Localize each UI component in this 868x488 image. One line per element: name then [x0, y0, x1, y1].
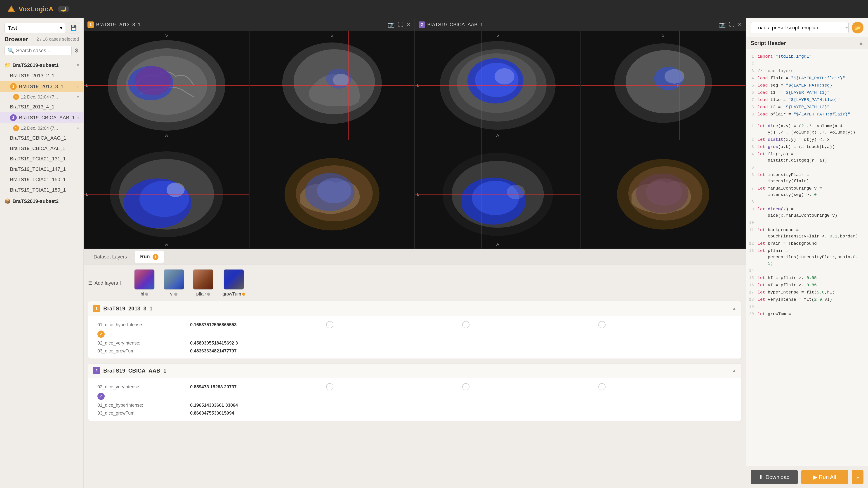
label-s: S: [165, 33, 168, 38]
line-content: let diceM(x) = dice(x,manualContouringGT…: [757, 206, 837, 219]
close-icon[interactable]: ✕: [738, 22, 742, 28]
test-dropdown[interactable]: Test ▾: [4, 23, 66, 33]
sidebar-item-cbica-aal-1[interactable]: BraTS19_CBICA_AAL_1: [0, 143, 84, 154]
code-line: 9 load pflair = "${LAYER_PATH:pflair}": [746, 111, 868, 118]
brain-view-2-axial2[interactable]: L A: [415, 140, 581, 249]
code-line: 9 let diceM(x) = dice(x,manualContouring…: [746, 205, 868, 219]
preset-dropdown[interactable]: Load a preset script template...: [751, 22, 848, 33]
sidebar-item-tcia01-150-1[interactable]: BraTS19_TCIA01_150_1: [0, 174, 84, 185]
theme-toggle-button[interactable]: 🌙: [58, 6, 69, 12]
case-metrics-2: 02_dice_veryIntense: 0.859473 15283 2073…: [88, 378, 741, 421]
line-content: load flair = "${LAYER_PATH:flair}": [757, 75, 845, 81]
svg-point-15: [166, 183, 185, 197]
check-empty: [462, 321, 469, 328]
browser-header: Browser 2 / 16 cases selected: [4, 36, 79, 43]
viewer-badge-2: 2: [418, 22, 425, 28]
label-s: S: [662, 33, 664, 38]
metric-label: 01_dice_hyperIntense:: [97, 322, 188, 327]
filter-button[interactable]: ⚙: [74, 47, 79, 54]
line-content: let dice(x,y) = (2 .*. volume(x & y)) ./…: [757, 123, 855, 135]
expand-icon[interactable]: ⛶: [729, 22, 735, 28]
sidebar-item-subset2[interactable]: 📦 BraTS2019-subset2: [0, 196, 84, 206]
brain-view-2-sagittal[interactable]: S P: [581, 31, 746, 140]
sidebar-item-tcia01-131-1[interactable]: BraTS19_TCIA01_131_1: [0, 154, 84, 164]
lock-icon: [145, 293, 148, 296]
line-number: 13: [746, 248, 757, 254]
viewer-images-2: S L A: [415, 31, 746, 249]
brain-view-1-3d[interactable]: [249, 140, 415, 249]
case-section-2: 2 BraTS19_CBICA_AAB_1 ▲ 02_dice_veryInte…: [88, 363, 741, 421]
sidebar-item-tcia01-180-1[interactable]: BraTS19_TCIA01_180_1: [0, 185, 84, 195]
camera-icon[interactable]: 📷: [388, 22, 395, 28]
sidebar-top: Test ▾ 💾 Browser 2 / 16 cases selected 🔍…: [0, 18, 84, 58]
logo-icon: [7, 4, 16, 13]
warning-icon: [242, 293, 245, 296]
script-footer: ⬇ Download ▶ Run All »: [746, 466, 868, 488]
metrics-row-2-1: 02_dice_veryIntense: 0.859473 15283 2073…: [93, 382, 737, 401]
brain-view-1-sagittal[interactable]: S P: [249, 31, 415, 140]
line-number: 19: [746, 304, 757, 310]
add-layers-button[interactable]: ☰ Add layers ℹ: [88, 280, 122, 286]
svg-point-6: [128, 66, 174, 100]
script-editor[interactable]: 1 import "stdlib.imgql" 2 3 // Load laye…: [746, 49, 868, 466]
layer-thumb-img-pflair[interactable]: [193, 269, 213, 290]
brain-view-2-axial[interactable]: S L A: [415, 31, 581, 140]
check-empty: [598, 321, 606, 328]
layer-thumb-img-vl[interactable]: [164, 269, 184, 290]
script-panel: Load a preset script template... 📂 Scrip…: [746, 18, 868, 488]
code-line: 3 // Load layers: [746, 67, 868, 74]
sidebar-item-subset1[interactable]: 📁 BraTS2019-subset1 ▾: [0, 60, 84, 70]
expand-button[interactable]: ▾: [77, 95, 79, 99]
tree-group-subset2: 📦 BraTS2019-subset2: [0, 196, 84, 206]
group-label: BraTS2019-subset1: [12, 62, 59, 68]
case-expand-button-2[interactable]: ▲: [732, 368, 737, 374]
line-number: 8: [746, 104, 757, 110]
camera-icon[interactable]: 📷: [719, 22, 726, 28]
code-line: 13 let pflair = percentiles(intensityFla…: [746, 247, 868, 267]
metric-value: 0.196514333601 33064: [190, 402, 324, 408]
tree-group-subset1: 📁 BraTS2019-subset1 ▾ BraTS19_2013_2_1 1…: [0, 60, 84, 195]
tab-dataset-layers[interactable]: Dataset Layers: [88, 251, 132, 263]
close-icon[interactable]: ✕: [406, 22, 411, 28]
collapse-button[interactable]: ▲: [859, 40, 864, 46]
run-all-label: ▶ Run All: [813, 474, 836, 480]
crosshair-h: [415, 194, 580, 195]
code-line: 10: [746, 219, 868, 226]
line-content: // Load layers: [757, 68, 794, 74]
run-all-button[interactable]: ▶ Run All: [801, 470, 848, 484]
layer-thumb-img-hl[interactable]: [134, 269, 155, 290]
topbar: VoxLogicA 🌙: [0, 0, 868, 18]
metric-value: 0.48363634821477797: [190, 348, 324, 354]
expand-icon[interactable]: ⛶: [398, 22, 403, 28]
label-a: A: [165, 242, 168, 247]
item-label: BraTS19_2013_2_1: [10, 73, 55, 78]
search-input[interactable]: [16, 48, 69, 54]
sidebar-item-2013-2-1[interactable]: BraTS19_2013_2_1: [0, 70, 84, 81]
sidebar-item-2013-4-1[interactable]: BraTS19_2013_4_1: [0, 102, 84, 112]
sidebar-item-cbica-aab-1[interactable]: 2 BraTS19_CBICA_AAB_1 ▾: [0, 112, 84, 123]
save-button[interactable]: 💾: [68, 23, 79, 33]
line-number: 10: [746, 220, 757, 226]
brain-view-1-axial[interactable]: S L A: [84, 31, 249, 140]
sidebar-item-cbica-aag-1[interactable]: BraTS19_CBICA_AAG_1: [0, 133, 84, 143]
folder-button[interactable]: 📂: [852, 22, 864, 33]
sidebar-item-2013-3-1[interactable]: 1 BraTS19_2013_3_1 ▾: [0, 81, 84, 92]
sidebar-item-tcia01-147-1[interactable]: BraTS19_TCIA01_147_1: [0, 164, 84, 174]
line-number: 4: [746, 75, 757, 81]
brain-view-2-3d[interactable]: [581, 140, 746, 249]
tab-run[interactable]: Run 1: [135, 251, 164, 263]
expand-button[interactable]: ▾: [77, 126, 79, 130]
more-button[interactable]: »: [852, 470, 864, 484]
label-a: A: [496, 133, 499, 138]
crosshair-v: [150, 31, 150, 140]
line-number: 20: [746, 311, 757, 317]
download-button[interactable]: ⬇ Download: [751, 470, 798, 484]
layer-thumb-img-growtum[interactable]: [223, 269, 244, 290]
code-line: 1 import "stdlib.imgql": [746, 53, 868, 60]
add-layers-label: Add layers: [94, 280, 118, 286]
brain-view-1-axial2[interactable]: L A: [84, 140, 249, 249]
case-expand-button-1[interactable]: ▲: [732, 306, 737, 312]
viewer-header-1: 1 BraTS19_2013_3_1 📷 ⛶ ✕: [84, 18, 414, 31]
layers-toolbar: ☰ Add layers ℹ hl: [88, 269, 741, 297]
viewer-controls-1: 📷 ⛶ ✕: [388, 22, 411, 28]
